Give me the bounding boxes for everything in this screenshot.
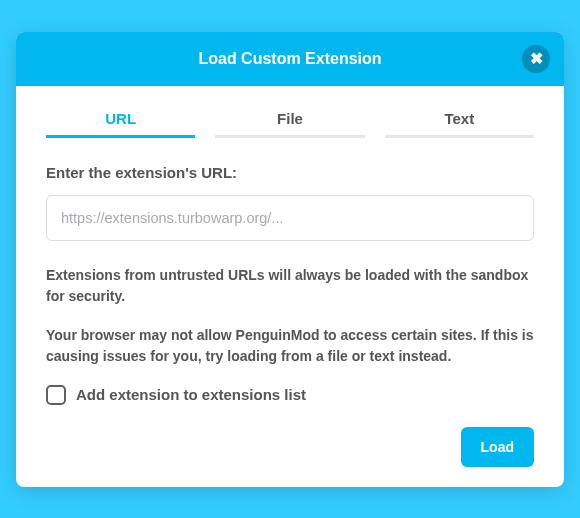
add-to-list-checkbox[interactable] xyxy=(46,385,66,405)
load-button[interactable]: Load xyxy=(461,427,534,467)
sandbox-note: Extensions from untrusted URLs will alwa… xyxy=(46,265,534,307)
browser-note: Your browser may not allow PenguinMod to… xyxy=(46,325,534,367)
modal-body: URL File Text Enter the extension's URL:… xyxy=(16,86,564,487)
tab-text[interactable]: Text xyxy=(385,110,534,138)
url-field-label: Enter the extension's URL: xyxy=(46,164,534,181)
extension-url-input[interactable] xyxy=(46,195,534,241)
modal-header: Load Custom Extension ✖ xyxy=(16,32,564,86)
tab-url[interactable]: URL xyxy=(46,110,195,138)
close-button[interactable]: ✖ xyxy=(522,45,550,73)
modal-title: Load Custom Extension xyxy=(198,50,381,68)
add-to-list-row: Add extension to extensions list xyxy=(46,385,534,405)
tab-bar: URL File Text xyxy=(46,110,534,138)
tab-file[interactable]: File xyxy=(215,110,364,138)
load-extension-modal: Load Custom Extension ✖ URL File Text En… xyxy=(16,32,564,487)
modal-footer: Load xyxy=(46,427,534,467)
add-to-list-label: Add extension to extensions list xyxy=(76,386,306,403)
close-icon: ✖ xyxy=(530,51,543,67)
